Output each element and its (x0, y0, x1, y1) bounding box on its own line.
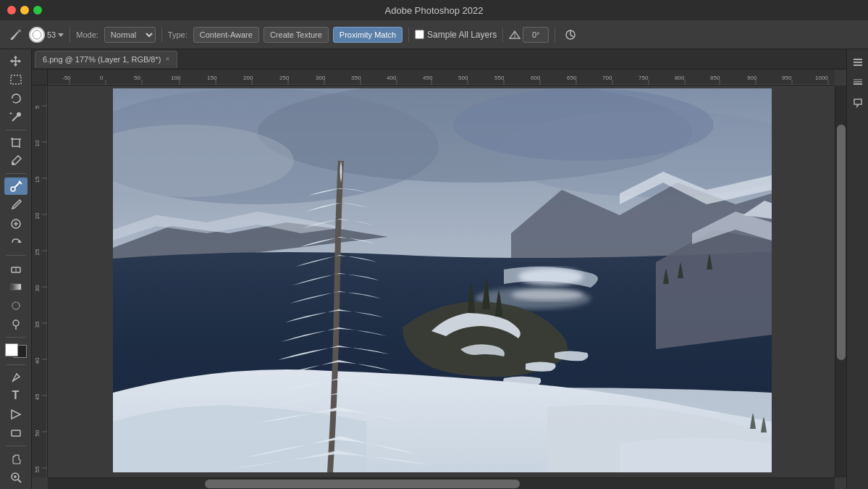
svg-rect-11 (12, 139, 20, 146)
brush-size-value: 53 (47, 30, 56, 39)
svg-rect-24 (11, 284, 21, 290)
history-brush-tool[interactable] (4, 234, 28, 251)
panels-toggle-button[interactable] (849, 54, 867, 71)
svg-rect-6 (11, 75, 21, 84)
svg-rect-112 (854, 62, 862, 63)
svg-text:55: 55 (34, 466, 41, 472)
svg-text:950: 950 (782, 75, 792, 81)
svg-text:750: 750 (639, 75, 649, 81)
path-selection-tool[interactable] (4, 406, 28, 423)
marquee-tool[interactable] (4, 71, 28, 88)
proximity-match-button[interactable]: Proximity Match (333, 27, 403, 43)
svg-point-26 (13, 320, 19, 326)
sample-all-layers-checkbox[interactable] (415, 30, 424, 39)
svg-text:25: 25 (34, 248, 41, 255)
svg-text:45: 45 (34, 393, 41, 400)
separator-2 (161, 28, 162, 42)
chat-panel-button[interactable] (849, 94, 867, 112)
svg-text:700: 700 (602, 75, 612, 81)
pen-tool[interactable] (4, 369, 28, 386)
brush-preview[interactable] (29, 27, 45, 43)
zoom-tool[interactable] (4, 469, 28, 486)
tool-separator-5 (6, 364, 26, 365)
lasso-tool[interactable] (4, 90, 28, 107)
angle-icon (509, 29, 521, 41)
tool-separator-2 (6, 173, 26, 174)
svg-text:800: 800 (675, 75, 685, 81)
tab-close-button[interactable]: × (165, 56, 169, 63)
layers-panel-button[interactable] (849, 74, 867, 91)
magic-wand-tool[interactable] (4, 109, 28, 126)
vertical-scroll-thumb[interactable] (837, 125, 846, 360)
svg-line-30 (18, 480, 21, 482)
angle-wrap: 0° (509, 27, 549, 43)
ruler-left: 5 10 15 20 25 30 35 40 45 (32, 85, 48, 477)
clone-stamp-tool[interactable] (4, 215, 28, 233)
image-viewport (48, 85, 835, 477)
adjustment-icon[interactable] (561, 25, 580, 44)
move-tool[interactable] (4, 52, 28, 70)
tool-separator-1 (6, 130, 26, 130)
svg-text:10: 10 (34, 140, 41, 146)
minimize-button[interactable] (20, 6, 29, 14)
maximize-button[interactable] (33, 6, 42, 14)
traffic-lights (7, 6, 42, 14)
document-area: 6.png @ 177% (Layer 1, RGB/8*) × -50 0 5… (32, 49, 846, 489)
brush-tool[interactable] (4, 196, 28, 214)
crop-tool[interactable] (4, 134, 28, 151)
mode-select[interactable]: Normal Replace Multiply (104, 27, 156, 43)
brush-size-wrap: 53 (29, 27, 64, 43)
gradient-tool[interactable] (4, 278, 28, 296)
svg-text:40: 40 (34, 357, 41, 364)
svg-point-8 (17, 112, 21, 117)
brush-size-chevron (58, 32, 64, 38)
svg-rect-113 (854, 64, 862, 66)
sample-all-layers-wrap: Sample All Layers (415, 30, 497, 40)
svg-text:500: 500 (458, 75, 468, 81)
tab-bar: 6.png @ 177% (Layer 1, RGB/8*) × (32, 49, 846, 70)
svg-rect-111 (854, 59, 862, 60)
tool-separator-3 (6, 255, 26, 256)
horizontal-scrollbar[interactable] (48, 477, 835, 489)
svg-text:20: 20 (34, 212, 41, 219)
document-tab[interactable]: 6.png @ 177% (Layer 1, RGB/8*) × (35, 51, 177, 68)
image-wrapper (113, 88, 772, 472)
blur-tool[interactable] (4, 297, 28, 314)
svg-point-25 (12, 302, 20, 309)
color-swatches (5, 343, 27, 357)
eraser-tool[interactable] (4, 259, 28, 277)
separator-1 (69, 28, 70, 42)
tool-options-icon[interactable] (6, 25, 25, 44)
toolbar: 53 Mode: Normal Replace Multiply Type: C… (0, 20, 868, 49)
svg-text:5: 5 (34, 105, 41, 109)
tool-separator-4 (6, 337, 26, 338)
dodge-tool[interactable] (4, 316, 28, 333)
sample-all-layers-label: Sample All Layers (427, 30, 497, 40)
svg-text:15: 15 (34, 176, 41, 183)
svg-point-1 (33, 30, 41, 39)
eyedropper-tool[interactable] (4, 153, 28, 170)
svg-text:35: 35 (34, 321, 41, 327)
svg-point-109 (511, 289, 583, 301)
svg-marker-2 (58, 33, 64, 37)
app-title: Adobe Photoshop 2022 (385, 5, 484, 16)
create-texture-button[interactable]: Create Texture (264, 27, 329, 43)
close-button[interactable] (7, 6, 16, 14)
angle-input[interactable]: 0° (523, 27, 549, 43)
svg-text:550: 550 (494, 75, 505, 81)
separator-5 (555, 28, 555, 42)
spot-healing-brush-tool[interactable] (4, 177, 28, 195)
main-area: T 6.png @ 177% (Layer 1, RGB/8*) × (0, 49, 868, 489)
content-aware-button[interactable]: Content-Aware (193, 27, 259, 43)
hand-tool[interactable] (4, 450, 28, 467)
horizontal-scroll-thumb[interactable] (205, 480, 520, 488)
right-panel (846, 49, 868, 489)
svg-rect-115 (854, 81, 862, 83)
shape-tool[interactable] (4, 425, 28, 442)
svg-text:30: 30 (34, 285, 41, 291)
type-tool[interactable]: T (4, 388, 28, 405)
separator-4 (502, 28, 503, 42)
vertical-scrollbar[interactable] (835, 85, 846, 477)
svg-text:-50: -50 (62, 75, 71, 81)
foreground-color-swatch[interactable] (5, 343, 18, 356)
